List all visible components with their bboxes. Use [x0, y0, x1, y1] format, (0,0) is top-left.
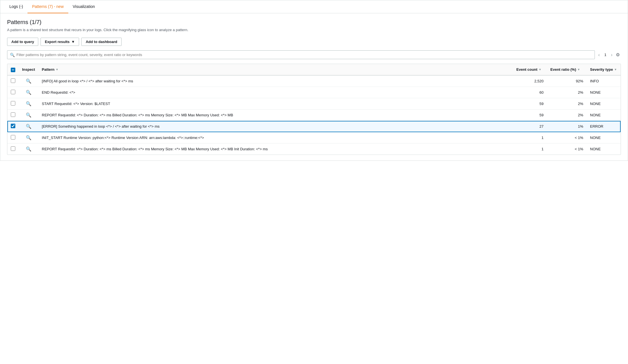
row-event-count: 59	[513, 110, 547, 121]
row-checkbox[interactable]	[11, 90, 15, 94]
table-body: 🔍 [INFO] All good in loop <*> / <*> afte…	[7, 75, 621, 155]
row-checkbox-cell[interactable]	[7, 121, 19, 132]
pattern-sort-icon: ▼	[56, 68, 58, 71]
col-header-event-count[interactable]: Event count ▼	[513, 64, 547, 75]
row-event-count: 59	[513, 98, 547, 110]
inspect-icon[interactable]: 🔍	[26, 147, 31, 151]
inspect-icon[interactable]: 🔍	[26, 101, 31, 106]
tab-logs[interactable]: Logs (-)	[5, 0, 27, 13]
row-event-ratio: 92%	[547, 75, 587, 87]
pagination-next-button[interactable]: ›	[610, 51, 614, 59]
table-row: 🔍 START RequestId: <*> Version: $LATEST …	[7, 98, 621, 110]
add-to-dashboard-button[interactable]: Add to dashboard	[81, 38, 121, 46]
settings-button[interactable]: ⚙	[615, 51, 621, 59]
row-checkbox-cell[interactable]	[7, 98, 19, 110]
row-checkbox[interactable]	[11, 135, 15, 140]
col-header-event-ratio[interactable]: Event ratio (%) ▼	[547, 64, 587, 75]
row-checkbox-cell[interactable]	[7, 75, 19, 87]
row-inspect-cell[interactable]: 🔍	[19, 98, 39, 110]
table-row: 🔍 END RequestId: <*> 60 2% NONE	[7, 87, 621, 98]
table-row: 🔍 REPORT RequestId: <*> Duration: <*> ms…	[7, 144, 621, 155]
row-pattern: [INFO] All good in loop <*> / <*> after …	[39, 75, 513, 87]
row-inspect-cell[interactable]: 🔍	[19, 75, 39, 87]
row-inspect-cell[interactable]: 🔍	[19, 87, 39, 98]
row-severity: INFO	[587, 75, 621, 87]
row-severity: NONE	[587, 144, 621, 155]
col-header-inspect: Inspect	[19, 64, 39, 75]
page-title: Patterns (1/7)	[7, 19, 621, 25]
page-title-text: Patterns	[7, 19, 28, 25]
page-title-count: (1/7)	[30, 19, 41, 25]
toolbar: Add to query Export results ▼ Add to das…	[7, 38, 621, 46]
row-event-count: 1	[513, 132, 547, 144]
row-checkbox[interactable]	[11, 78, 15, 83]
search-icon: 🔍	[10, 53, 15, 57]
table-row: 🔍 REPORT RequestId: <*> Duration: <*> ms…	[7, 110, 621, 121]
row-severity: ERROR	[587, 121, 621, 132]
row-event-ratio: 2%	[547, 98, 587, 110]
patterns-table-wrapper: Inspect Pattern ▼ Event count	[7, 64, 621, 155]
inspect-icon[interactable]: 🔍	[26, 90, 31, 95]
row-checkbox-cell[interactable]	[7, 110, 19, 121]
row-inspect-cell[interactable]: 🔍	[19, 144, 39, 155]
row-severity: NONE	[587, 87, 621, 98]
search-row: 🔍 ‹ 1 › ⚙	[7, 50, 621, 59]
search-wrapper: 🔍	[7, 50, 595, 59]
export-results-button[interactable]: Export results ▼	[41, 38, 79, 46]
row-checkbox[interactable]	[11, 101, 15, 106]
event-count-sort-icon: ▼	[538, 68, 541, 71]
row-event-count: 1	[513, 144, 547, 155]
row-inspect-cell[interactable]: 🔍	[19, 121, 39, 132]
event-ratio-sort-icon: ▼	[577, 68, 580, 71]
row-pattern: START RequestId: <*> Version: $LATEST	[39, 98, 513, 110]
export-dropdown-icon: ▼	[71, 40, 75, 44]
row-checkbox-cell[interactable]	[7, 87, 19, 98]
table-row: 🔍 [INFO] All good in loop <*> / <*> afte…	[7, 75, 621, 87]
row-event-count: 60	[513, 87, 547, 98]
row-pattern: REPORT RequestId: <*> Duration: <*> ms B…	[39, 110, 513, 121]
main-container: Logs (-) Patterns (7) - new Visualizatio…	[0, 0, 628, 161]
inspect-icon[interactable]: 🔍	[26, 135, 31, 140]
row-event-ratio: 2%	[547, 110, 587, 121]
severity-sort-icon: ▼	[614, 68, 617, 71]
row-event-ratio: < 1%	[547, 132, 587, 144]
inspect-icon[interactable]: 🔍	[26, 124, 31, 129]
search-input[interactable]	[7, 50, 595, 59]
add-to-query-button[interactable]: Add to query	[7, 38, 38, 46]
pagination-controls: ‹ 1 › ⚙	[597, 51, 621, 59]
row-checkbox[interactable]	[11, 146, 15, 151]
table-row: 🔍 [ERROR] Something happened in loop <*>…	[7, 121, 621, 132]
row-pattern: REPORT RequestId: <*> Duration: <*> ms B…	[39, 144, 513, 155]
row-severity: NONE	[587, 98, 621, 110]
row-event-ratio: 2%	[547, 87, 587, 98]
row-severity: NONE	[587, 110, 621, 121]
inspect-icon[interactable]: 🔍	[26, 113, 31, 117]
row-checkbox[interactable]	[11, 124, 15, 128]
row-checkbox[interactable]	[11, 112, 15, 117]
row-inspect-cell[interactable]: 🔍	[19, 132, 39, 144]
row-pattern: [ERROR] Something happened in loop <*> /…	[39, 121, 513, 132]
row-event-count: 27	[513, 121, 547, 132]
row-severity: NONE	[587, 132, 621, 144]
col-header-severity-type[interactable]: Severity type ▼	[587, 64, 621, 75]
inspect-icon[interactable]: 🔍	[26, 79, 31, 83]
row-checkbox-cell[interactable]	[7, 132, 19, 144]
table-row: 🔍 INIT_START Runtime Version: python:<*>…	[7, 132, 621, 144]
pagination-prev-button[interactable]: ‹	[597, 51, 601, 59]
tab-visualization[interactable]: Visualization	[68, 0, 99, 13]
select-all-checkbox[interactable]	[11, 68, 15, 72]
select-all-header[interactable]	[7, 64, 19, 75]
page-description: A pattern is a shared text structure tha…	[7, 28, 621, 32]
row-pattern: INIT_START Runtime Version: python:<*> R…	[39, 132, 513, 144]
pagination-current-page: 1	[602, 52, 608, 58]
row-inspect-cell[interactable]: 🔍	[19, 110, 39, 121]
tab-bar: Logs (-) Patterns (7) - new Visualizatio…	[0, 0, 628, 13]
patterns-table: Inspect Pattern ▼ Event count	[7, 64, 621, 155]
row-event-ratio: < 1%	[547, 144, 587, 155]
table-header-row: Inspect Pattern ▼ Event count	[7, 64, 621, 75]
col-header-pattern[interactable]: Pattern ▼	[39, 64, 513, 75]
page-content: Patterns (1/7) A pattern is a shared tex…	[0, 13, 628, 160]
tab-patterns[interactable]: Patterns (7) - new	[27, 0, 68, 13]
row-checkbox-cell[interactable]	[7, 144, 19, 155]
row-event-count: 2,520	[513, 75, 547, 87]
